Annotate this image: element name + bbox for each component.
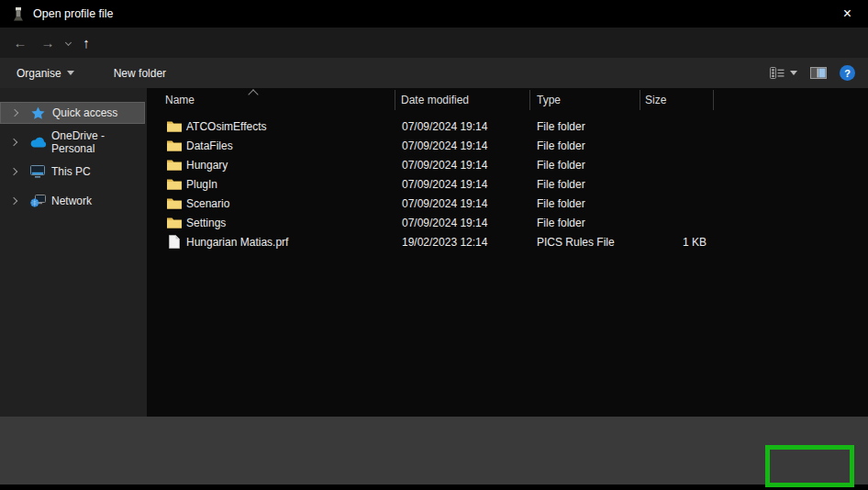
sidebar-item-label: Network: [51, 195, 92, 207]
organise-button[interactable]: Organise: [17, 67, 74, 80]
sidebar-item-label: OneDrive - Personal: [51, 129, 145, 155]
file-date: 07/09/2024 19:14: [402, 213, 487, 232]
column-header-size[interactable]: Size: [645, 88, 666, 112]
network-icon: [30, 195, 46, 207]
file-size: [624, 213, 707, 232]
dialog-content: Quick access OneDrive - Personal: [0, 88, 868, 417]
file-type: File folder: [537, 136, 585, 155]
file-date: 07/09/2024 19:14: [402, 117, 487, 136]
column-header-type[interactable]: Type: [537, 88, 561, 112]
file-name: Hungary: [186, 155, 228, 174]
quick-access-star-icon: [31, 106, 45, 120]
folder-icon: [167, 136, 182, 155]
file-size: [624, 155, 707, 174]
file-row-scenario[interactable]: Scenario 07/09/2024 19:14 File folder: [147, 194, 868, 213]
file-type: PICS Rules File: [537, 232, 615, 251]
file-list-pane: Name Date modified Type Size ATCOsimEffe…: [147, 88, 868, 417]
navigation-bar: ← → ↑ AppData Roaming EuroScope: [0, 28, 868, 58]
folder-icon: [167, 155, 182, 174]
file-row-plugin[interactable]: PlugIn 07/09/2024 19:14 File folder: [147, 174, 868, 194]
open-file-dialog: Open profile file × ← → ↑ AppData Roamin…: [0, 0, 868, 490]
file-name: DataFiles: [186, 136, 233, 155]
forward-button[interactable]: →: [35, 28, 61, 58]
file-row-hungarian-matias-prf[interactable]: Hungarian Matias.prf 19/02/2023 12:14 PI…: [147, 232, 868, 251]
folder-icon: [167, 194, 182, 213]
new-folder-label: New folder: [114, 67, 166, 80]
preview-pane-button[interactable]: [810, 67, 827, 79]
history-chevron-icon[interactable]: [61, 28, 75, 58]
file-row-atcosimeffects[interactable]: ATCOsimEffects 07/09/2024 19:14 File fol…: [147, 117, 868, 136]
file-name: Scenario: [186, 194, 229, 213]
folder-icon: [167, 117, 182, 136]
file-date: 07/09/2024 19:14: [402, 136, 487, 155]
folder-icon: [167, 213, 182, 232]
view-caret-icon: [790, 71, 797, 75]
change-view-button[interactable]: [770, 67, 797, 79]
file-type: File folder: [537, 174, 585, 194]
file-row-hungary[interactable]: Hungary 07/09/2024 19:14 File folder: [147, 155, 868, 174]
sidebar-item-label: This PC: [51, 165, 91, 178]
file-row-settings[interactable]: Settings 07/09/2024 19:14 File folder: [147, 213, 868, 232]
sidebar-item-this-pc[interactable]: This PC: [0, 161, 145, 183]
title-bar: Open profile file ×: [0, 0, 868, 28]
dialog-footer: File name: EuroScope profile files (*.pr…: [0, 417, 868, 484]
help-button[interactable]: ?: [840, 65, 855, 81]
toolbar-right-group: ?: [770, 58, 855, 88]
sidebar-item-quick-access[interactable]: Quick access: [0, 102, 145, 124]
file-name: Settings: [186, 213, 226, 232]
file-name: Hungarian Matias.prf: [186, 232, 288, 251]
close-button[interactable]: ×: [827, 0, 868, 28]
onedrive-cloud-icon: [30, 137, 47, 148]
file-date: 19/02/2023 12:14: [402, 232, 487, 251]
expand-chevron-icon[interactable]: [11, 109, 18, 117]
file-date: 07/09/2024 19:14: [402, 174, 487, 194]
file-icon: [169, 232, 180, 251]
file-size: [624, 194, 707, 213]
file-date: 07/09/2024 19:14: [402, 194, 487, 213]
up-button[interactable]: ↑: [75, 28, 97, 58]
file-type: File folder: [537, 194, 585, 213]
file-row-datafiles[interactable]: DataFiles 07/09/2024 19:14 File folder: [147, 136, 868, 155]
expand-chevron-icon[interactable]: [10, 139, 17, 146]
sidebar-item-onedrive[interactable]: OneDrive - Personal: [0, 131, 145, 153]
sidebar-item-label: Quick access: [52, 106, 117, 119]
sidebar-item-network[interactable]: Network: [0, 190, 145, 212]
column-header-date-modified[interactable]: Date modified: [401, 88, 469, 112]
file-name: PlugIn: [186, 174, 217, 194]
file-size: 1 KB: [624, 232, 707, 251]
file-type: File folder: [537, 117, 585, 136]
file-date: 07/09/2024 19:14: [402, 155, 487, 174]
new-folder-button[interactable]: New folder: [114, 67, 166, 80]
command-toolbar: Organise New folder: [0, 58, 868, 88]
back-button[interactable]: ←: [7, 28, 33, 58]
column-divider[interactable]: [529, 90, 530, 110]
dropdown-caret-icon: [67, 71, 74, 75]
sort-ascending-icon: [248, 89, 258, 99]
app-icon: [12, 6, 25, 21]
folder-icon: [167, 174, 182, 194]
column-header-name[interactable]: Name: [165, 88, 195, 112]
file-type: File folder: [537, 213, 585, 232]
file-type: File folder: [537, 155, 585, 174]
window-bottom-edge: [0, 484, 868, 490]
column-divider[interactable]: [640, 90, 640, 110]
column-divider[interactable]: [713, 90, 714, 110]
expand-chevron-icon[interactable]: [10, 197, 17, 205]
organise-label: Organise: [17, 67, 61, 80]
column-divider[interactable]: [395, 90, 395, 110]
file-size: [624, 136, 707, 155]
file-size: [624, 174, 707, 194]
details-view-icon: [770, 67, 785, 79]
preview-pane-icon: [810, 67, 827, 79]
file-name: ATCOsimEffects: [186, 117, 267, 136]
window-title: Open profile file: [33, 7, 114, 20]
expand-chevron-icon[interactable]: [10, 168, 17, 175]
file-size: [624, 117, 707, 136]
this-pc-monitor-icon: [30, 165, 45, 178]
navigation-sidebar: Quick access OneDrive - Personal: [0, 88, 147, 417]
